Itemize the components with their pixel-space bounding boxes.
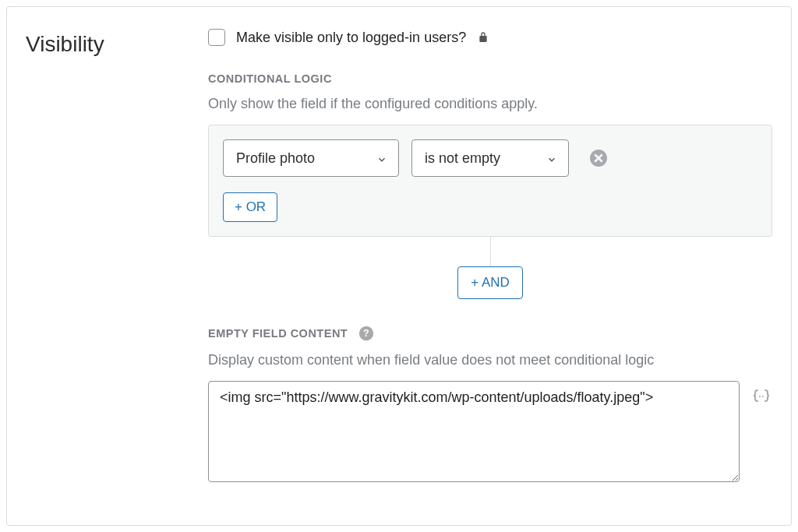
add-or-condition-button[interactable]: + OR: [223, 192, 277, 222]
logged-in-visibility-row: Make visible only to logged-in users?: [208, 29, 772, 46]
condition-operator-select[interactable]: is not empty: [411, 139, 569, 177]
condition-field-select[interactable]: Profile photo: [223, 139, 399, 177]
help-icon[interactable]: ?: [358, 326, 374, 341]
section-content: Make visible only to logged-in users? CO…: [208, 29, 772, 506]
svg-point-3: [759, 396, 761, 397]
conditional-logic-header: CONDITIONAL LOGIC: [208, 72, 772, 85]
chevron-down-icon: [376, 153, 387, 164]
condition-row: Profile photo is not empty: [223, 139, 757, 177]
empty-field-content-description: Display custom content when field value …: [208, 352, 772, 368]
add-and-condition-button[interactable]: + AND: [457, 266, 523, 299]
conditional-logic-description: Only show the field if the configured co…: [208, 96, 772, 112]
textarea-row: [208, 381, 772, 482]
condition-panel: Profile photo is not empty + OR: [208, 125, 772, 237]
and-connector: + AND: [208, 237, 772, 299]
empty-field-content-header: EMPTY FIELD CONTENT ?: [208, 326, 772, 341]
empty-field-content-textarea[interactable]: [208, 381, 740, 482]
svg-text:?: ?: [363, 328, 369, 339]
empty-field-content-header-text: EMPTY FIELD CONTENT: [208, 327, 348, 340]
logged-in-visibility-checkbox[interactable]: [208, 29, 225, 46]
condition-field-value: Profile photo: [236, 150, 315, 167]
section-title: Visibility: [26, 29, 208, 506]
chevron-down-icon: [546, 153, 557, 164]
visibility-settings-panel: Visibility Make visible only to logged-i…: [6, 6, 792, 526]
condition-operator-value: is not empty: [425, 150, 500, 167]
connector-line: [490, 237, 491, 266]
merge-tag-button[interactable]: [750, 386, 772, 407]
lock-icon: [477, 31, 489, 44]
svg-point-4: [762, 396, 764, 397]
logged-in-visibility-label: Make visible only to logged-in users?: [236, 30, 466, 46]
remove-condition-button[interactable]: [589, 149, 608, 167]
